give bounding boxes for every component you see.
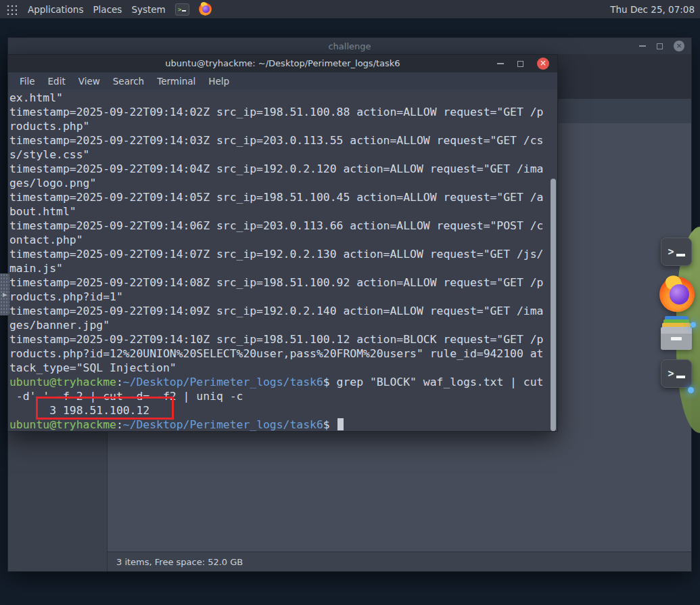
terminal-glyph: > (178, 6, 181, 13)
panel-left: Applications Places System > (5, 3, 212, 16)
terminal-underscore (676, 376, 685, 378)
terminal-window-buttons: × (497, 55, 549, 72)
maximize-icon[interactable] (517, 61, 523, 67)
terminal-output-line: timestamp=2025-09-22T09:14:03Z src_ip=20… (9, 133, 557, 148)
challenge-title: challenge (8, 41, 691, 51)
terminal-output-line: ontact.php" (9, 233, 557, 247)
terminal-cursor (337, 418, 344, 430)
menu-file[interactable]: File (20, 76, 35, 87)
terminal-output-line: timestamp=2025-09-22T09:14:04Z src_ip=19… (9, 162, 557, 176)
terminal-output-line: ex.html" (9, 91, 557, 105)
terminal-output-line: ges/banner.jpg" (9, 318, 557, 332)
terminal-glyph: > (668, 367, 674, 380)
top-panel: Applications Places System > Thu Dec 25,… (0, 0, 700, 18)
menu-view[interactable]: View (78, 76, 100, 87)
scrollbar-thumb[interactable] (551, 179, 556, 431)
terminal-underscore (676, 254, 685, 256)
challenge-window-buttons: × (639, 38, 684, 54)
menu-applications[interactable]: Applications (28, 4, 83, 15)
terminal-output-line: timestamp=2025-09-22T09:14:10Z src_ip=19… (9, 332, 557, 346)
terminal-output-line: bout.html" (9, 204, 557, 219)
terminal-icon[interactable]: > (661, 359, 692, 388)
terminal-output-line: timestamp=2025-09-22T09:14:06Z src_ip=20… (9, 219, 557, 233)
file-cabinet-icon[interactable] (661, 316, 692, 350)
statusbar-text: 3 items, Free space: 52.0 GB (116, 557, 243, 567)
cabinet-drawer (661, 327, 692, 350)
apps-grid-icon[interactable] (5, 3, 17, 15)
terminal-output-line: main.js" (9, 261, 557, 275)
firefox-launcher-icon[interactable] (199, 3, 212, 16)
close-icon[interactable]: × (537, 58, 549, 70)
challenge-statusbar: 3 items, Free space: 52.0 GB (108, 552, 691, 571)
firefox-globe (670, 284, 689, 304)
terminal-output-line: roducts.php" (9, 119, 557, 133)
menu-search[interactable]: Search (113, 76, 144, 87)
menu-system[interactable]: System (131, 4, 165, 15)
terminal-output-line: timestamp=2025-09-22T09:14:09Z src_ip=19… (9, 304, 557, 318)
terminal-title: ubuntu@tryhackme: ~/Desktop/Perimeter_lo… (8, 55, 557, 72)
terminal-window: ubuntu@tryhackme: ~/Desktop/Perimeter_lo… (7, 54, 558, 432)
annotation-highlight-box (36, 397, 174, 420)
terminal-menubar: File Edit View Search Terminal Help (8, 72, 557, 89)
menu-terminal[interactable]: Terminal (157, 76, 195, 87)
terminal-underscore (182, 10, 186, 12)
maximize-icon[interactable] (657, 43, 663, 49)
terminal-output-line: timestamp=2025-09-22T09:14:05Z src_ip=19… (9, 190, 557, 204)
terminal-output-line: ges/logo.png" (9, 176, 557, 190)
minimize-icon[interactable] (639, 45, 646, 47)
terminal-output-line: tack_type="SQL Injection" (9, 361, 557, 375)
drawer-handle-bar (671, 337, 682, 340)
menu-edit[interactable]: Edit (48, 76, 66, 87)
terminal-output-line: timestamp=2025-09-22T09:14:07Z src_ip=19… (9, 247, 557, 261)
terminal-output-line: roducts.php?id=1" (9, 290, 557, 304)
glow-dot (688, 387, 694, 393)
minimize-icon[interactable] (497, 63, 504, 64)
terminal-prompt-line: ubuntu@tryhackme:~/Desktop/Perimeter_log… (9, 375, 557, 389)
panel-clock[interactable]: Thu Dec 25, 07:08 (610, 4, 695, 15)
terminal-output[interactable]: ex.html"timestamp=2025-09-22T09:14:02Z s… (8, 89, 557, 431)
menu-places[interactable]: Places (93, 4, 122, 15)
terminal-titlebar[interactable]: ubuntu@tryhackme: ~/Desktop/Perimeter_lo… (8, 55, 557, 72)
terminal-output-line: timestamp=2025-09-22T09:14:02Z src_ip=19… (9, 105, 557, 119)
terminal-icon[interactable]: > (661, 238, 692, 266)
terminal-prompt-line: ubuntu@tryhackme:~/Desktop/Perimeter_log… (9, 418, 557, 431)
challenge-titlebar[interactable]: challenge × (8, 38, 691, 54)
menu-help[interactable]: Help (208, 76, 229, 87)
terminal-output-line: roducts.php?id=12%20UNION%20SELECT%20use… (9, 346, 557, 361)
panel-drawer-handle[interactable]: ▶ (0, 273, 9, 315)
firefox-icon[interactable] (659, 277, 695, 312)
close-icon[interactable]: × (674, 41, 684, 51)
glow-dot (691, 322, 696, 328)
firefox-globe (202, 5, 210, 13)
terminal-output-line: s/style.css" (9, 148, 557, 162)
terminal-glyph: > (668, 246, 674, 258)
terminal-output-line: timestamp=2025-09-22T09:14:08Z src_ip=19… (9, 275, 557, 290)
terminal-launcher-icon[interactable]: > (175, 3, 189, 16)
